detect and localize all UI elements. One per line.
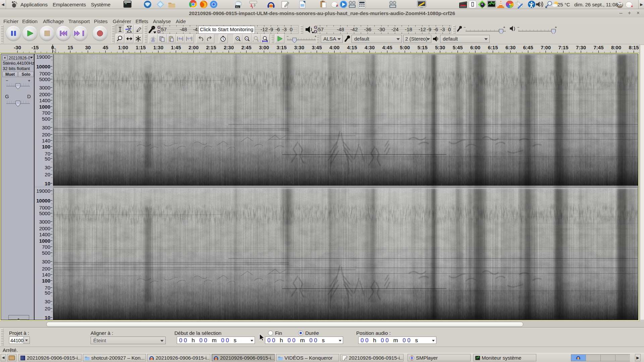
svg-text:3:00: 3:00: [259, 45, 269, 50]
svg-text:0: 0: [448, 26, 451, 32]
svg-text:−: −: [286, 34, 288, 38]
svg-text:6:45: 6:45: [523, 45, 533, 50]
svg-text:−: −: [517, 25, 519, 29]
svg-text:4:45: 4:45: [382, 45, 392, 50]
svg-text:Pro: Pro: [236, 6, 239, 8]
svg-text:−: −: [6, 78, 8, 83]
svg-text:3:15: 3:15: [276, 45, 286, 50]
svg-text:+: +: [503, 25, 505, 29]
svg-text:-30: -30: [14, 45, 21, 50]
svg-text:G: G: [5, 94, 9, 99]
svg-text:D: D: [27, 94, 31, 99]
svg-text:-36: -36: [364, 26, 371, 32]
svg-text:+: +: [555, 25, 557, 29]
svg-text:D: D: [314, 29, 317, 34]
svg-text:-12: -12: [419, 26, 426, 32]
svg-text:7:45: 7:45: [593, 45, 603, 50]
svg-text:-6: -6: [275, 26, 280, 32]
svg-text:7:15: 7:15: [558, 45, 568, 50]
svg-text:3:45: 3:45: [312, 45, 322, 50]
svg-text:-6: -6: [434, 26, 438, 32]
svg-text:-24: -24: [391, 26, 399, 32]
svg-text:5:45: 5:45: [452, 45, 463, 50]
svg-text:−: −: [464, 25, 466, 29]
svg-text:8:00: 8:00: [611, 45, 621, 50]
svg-text:-12: -12: [261, 26, 268, 32]
svg-text:4:00: 4:00: [329, 45, 339, 50]
svg-text:5:15: 5:15: [417, 45, 427, 50]
svg-text:2:00: 2:00: [189, 45, 199, 50]
svg-text:-48: -48: [337, 26, 344, 32]
svg-text:1:15: 1:15: [136, 45, 146, 50]
svg-text:4:30: 4:30: [365, 45, 375, 50]
svg-text:-57: -57: [317, 26, 324, 32]
svg-text:2:15: 2:15: [206, 45, 216, 50]
svg-text:15: 15: [67, 45, 73, 50]
svg-text:D: D: [157, 29, 160, 34]
svg-text:-15: -15: [32, 45, 39, 50]
svg-text:1:45: 1:45: [171, 45, 181, 50]
svg-text:5:00: 5:00: [400, 45, 410, 50]
svg-text:-3: -3: [440, 26, 445, 32]
svg-text:2:45: 2:45: [241, 45, 251, 50]
svg-text:3:30: 3:30: [294, 45, 304, 50]
svg-text:4:15: 4:15: [347, 45, 357, 50]
svg-text:6:00: 6:00: [470, 45, 480, 50]
svg-text:6:30: 6:30: [505, 45, 516, 50]
svg-text:-42: -42: [351, 26, 358, 32]
svg-text:0: 0: [290, 26, 292, 32]
svg-text:+: +: [28, 78, 31, 83]
svg-text:-9: -9: [269, 26, 273, 32]
svg-text:5:30: 5:30: [435, 45, 445, 50]
svg-text:7:00: 7:00: [541, 45, 551, 50]
svg-text:1:00: 1:00: [118, 45, 128, 50]
svg-text:30: 30: [85, 45, 91, 50]
svg-text:-3: -3: [282, 26, 286, 32]
svg-text:6:15: 6:15: [488, 45, 498, 50]
svg-text:2:30: 2:30: [224, 45, 234, 50]
svg-text:1:30: 1:30: [153, 45, 163, 50]
svg-text:7:30: 7:30: [576, 45, 586, 50]
svg-text:45: 45: [103, 45, 108, 50]
svg-text:-48: -48: [180, 26, 187, 32]
svg-text:-18: -18: [405, 26, 412, 32]
svg-text:-9: -9: [427, 26, 431, 32]
svg-text:-30: -30: [378, 26, 385, 32]
svg-text:-57: -57: [160, 26, 167, 32]
svg-text:8:15: 8:15: [629, 45, 639, 50]
